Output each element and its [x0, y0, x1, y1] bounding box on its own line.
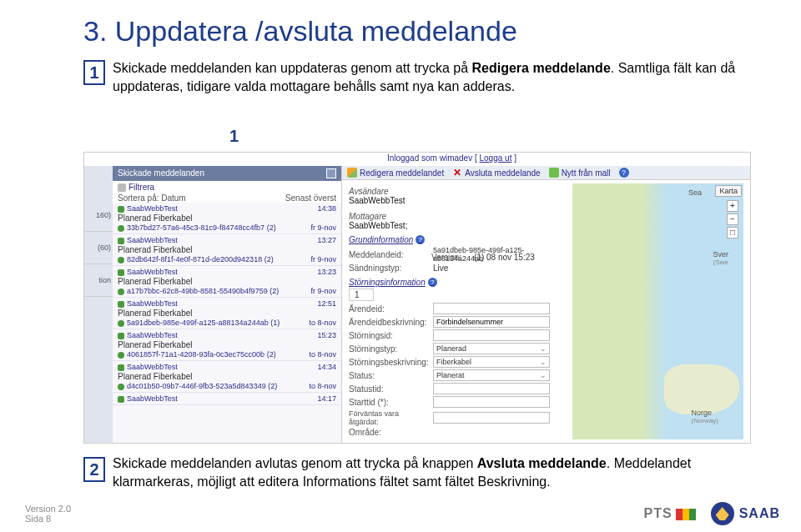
sid-k: Störningsid: — [349, 331, 428, 340]
start-input[interactable] — [433, 396, 550, 408]
map-type-button[interactable]: Karta — [715, 185, 742, 197]
list-header: Skickade meddelanden — [113, 166, 341, 181]
pts-text: PTS — [644, 506, 673, 520]
message-items: SaabWebbTest14:38Planerad Fiberkabel33b7… — [113, 203, 341, 443]
ver-k: Version: — [431, 253, 469, 262]
recipient-head: Mottagare — [349, 212, 566, 221]
footer-version: Version 2.0 — [25, 504, 71, 514]
map-zoom-controls: + − □ — [727, 200, 738, 238]
callout-1: 1 — [83, 60, 105, 85]
page-title: 3. Uppdatera /avsluta meddelande — [0, 0, 801, 59]
help-icon[interactable]: ? — [619, 168, 629, 178]
medd-k: Meddelandeid: — [349, 250, 428, 259]
disturbance-tab[interactable]: 1 — [349, 289, 374, 301]
help-icon[interactable]: ? — [428, 278, 437, 287]
logo-pts: PTS — [644, 506, 696, 521]
login-text: Inloggad som wimadev [ — [387, 153, 480, 163]
disturbance-head: Störningsinformation? — [349, 278, 566, 287]
list-item[interactable]: SaabWebbTest13:27Planerad Fiberkabel82db… — [113, 234, 341, 266]
detail-panel: Redigera meddelandet ✕Avsluta meddelande… — [342, 166, 750, 443]
outro-paragraph: Skickade meddelanden avlutas genom att t… — [113, 454, 759, 490]
map-label-sea: Sea — [688, 188, 702, 197]
styp-k: Störningstyp: — [349, 344, 428, 354]
intro-paragraph: Skickade meddelanden kan uppdateras geno… — [0, 59, 801, 95]
nav-frag-1: 160) — [84, 199, 113, 232]
edit-label: Redigera meddelandet — [360, 168, 444, 178]
filter-label: Filtrera — [128, 183, 154, 192]
recipient-value: SaabWebbTest; — [349, 221, 566, 230]
close-label: Avsluta meddelande — [465, 168, 540, 178]
ver-v: (1) 08 nov 15:23 — [474, 253, 566, 262]
sid-input[interactable] — [433, 329, 550, 341]
map-label-norge: Norge(Norway) — [692, 409, 718, 424]
left-nav: 160) (60) tion — [84, 166, 113, 443]
zoom-fit-button[interactable]: □ — [727, 227, 738, 238]
sort-right[interactable]: Senast överst — [285, 193, 336, 203]
aren-input[interactable] — [433, 303, 550, 314]
intro-b1: Redigera meddelande — [472, 61, 611, 75]
pts-bars-icon — [676, 509, 696, 520]
help-icon[interactable]: ? — [416, 235, 425, 244]
edit-message-button[interactable]: Redigera meddelandet — [347, 168, 444, 178]
edit-icon — [347, 168, 357, 178]
sort-left[interactable]: Sortera på: Datum — [118, 193, 186, 203]
sender-value: SaabWebbTest — [349, 196, 566, 205]
sender-head: Avsändare — [349, 187, 566, 196]
start-k: Starttid (*): — [349, 398, 428, 407]
login-close: ] — [511, 153, 516, 163]
map-panel: Karta + − □ Sea Sver(Swe Norge(Norway) — [572, 183, 743, 439]
saab-griffin-icon — [711, 502, 734, 525]
styp-select[interactable]: Planerad — [433, 343, 550, 354]
nav-frag-2: (60) — [84, 232, 113, 264]
footer: Version 2.0 Sida 8 — [25, 504, 71, 524]
map[interactable]: Karta + − □ Sea Sver(Swe Norge(Norway) — [572, 183, 743, 439]
stat-select[interactable]: Planerat — [433, 369, 550, 381]
detail-fields: Avsändare SaabWebbTest Mottagare SaabWeb… — [349, 183, 566, 439]
list-item[interactable]: SaabWebbTest15:23Planerad Fiberkabel4061… — [113, 329, 341, 361]
forv-k: Förväntas vara åtgärdat: — [349, 409, 428, 426]
refresh-icon[interactable] — [326, 168, 336, 178]
new-icon — [549, 168, 559, 178]
list-header-title: Skickade meddelanden — [118, 168, 204, 178]
stt-input[interactable] — [433, 383, 550, 394]
forv-input[interactable] — [433, 412, 550, 424]
outro-b1: Avsluta meddelande — [477, 456, 607, 470]
zoom-out-button[interactable]: − — [727, 213, 738, 225]
list-item[interactable]: SaabWebbTest14:17 — [113, 393, 341, 405]
sbesk-k: Störningsbeskrivning: — [349, 358, 428, 367]
sbesk-select[interactable]: Fiberkabel — [433, 356, 550, 368]
styp-value: Planerad — [436, 344, 466, 353]
basic-info-label: Grundinformation — [349, 235, 413, 244]
callout-2: 2 — [83, 457, 105, 482]
intro-t1: Skickade meddelanden kan uppdateras geno… — [113, 61, 472, 75]
sand-v: Live — [433, 263, 566, 273]
new-from-template-button[interactable]: Nytt från mall — [549, 168, 611, 178]
list-item[interactable]: SaabWebbTest13:23Planerad Fiberkabela17b… — [113, 266, 341, 298]
list-item[interactable]: SaabWebbTest14:34Planerad Fiberkabeld4c0… — [113, 361, 341, 393]
basic-info-head: Grundinformation? — [349, 235, 566, 244]
arb-input[interactable] — [433, 316, 550, 328]
close-message-button[interactable]: ✕Avsluta meddelande — [452, 168, 540, 178]
aren-k: Ärendeid: — [349, 304, 428, 314]
arb-k: Ärendeidbeskrivning: — [349, 318, 428, 327]
logo-saab: SAAB — [711, 502, 780, 525]
detail-toolbar: Redigera meddelandet ✕Avsluta meddelande… — [342, 166, 750, 180]
nav-frag-3: tion — [84, 264, 113, 297]
stat-value: Planerat — [436, 371, 465, 379]
filter-row[interactable]: Filtrera — [113, 181, 341, 193]
list-item[interactable]: SaabWebbTest12:51Planerad Fiberkabel5a91… — [113, 298, 341, 329]
list-item[interactable]: SaabWebbTest14:38Planerad Fiberkabel33b7… — [113, 203, 341, 234]
login-status: Inloggad som wimadev [ Logga ut ] — [84, 153, 750, 166]
zoom-in-button[interactable]: + — [727, 200, 738, 212]
sbesk-value: Fiberkabel — [436, 358, 471, 366]
map-label-sver: Sver(Swe — [713, 250, 728, 266]
stat-k: Status: — [349, 371, 428, 380]
app-screenshot: Inloggad som wimadev [ Logga ut ] 160) (… — [83, 152, 751, 444]
caption-1: 1 — [229, 127, 239, 146]
saab-text: SAAB — [739, 506, 780, 521]
omr-k: Område: — [349, 428, 428, 437]
logout-link[interactable]: Logga ut — [480, 153, 512, 163]
close-icon: ✕ — [452, 168, 462, 178]
new-label: Nytt från mall — [562, 168, 611, 178]
message-list-panel: Skickade meddelanden Filtrera Sortera på… — [113, 166, 342, 443]
